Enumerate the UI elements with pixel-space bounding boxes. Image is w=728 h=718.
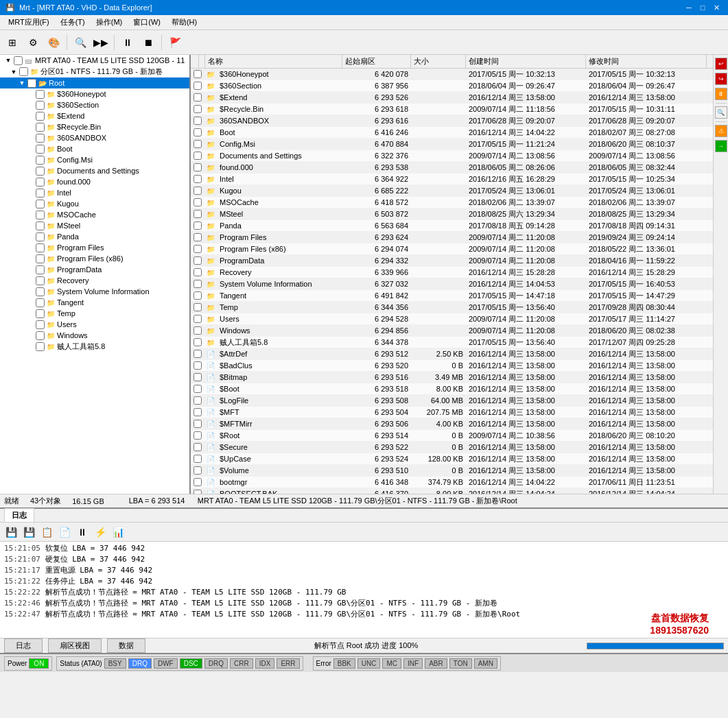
- row-check[interactable]: [191, 350, 204, 358]
- col-header-name[interactable]: 名称: [205, 55, 342, 68]
- bsy-btn[interactable]: BSY: [104, 658, 126, 669]
- tree-item-check[interactable]: [36, 309, 45, 318]
- row-check[interactable]: [191, 315, 204, 323]
- col-header-size[interactable]: 大小: [411, 55, 466, 68]
- table-row[interactable]: 📁 Temp 6 344 356 2017/05/15 周一 13:56:40 …: [191, 302, 713, 313]
- tree-item[interactable]: 📁 Users: [0, 319, 189, 330]
- toolbar-btn-2[interactable]: ⚙: [23, 33, 43, 52]
- toolbar-btn-4[interactable]: 🔍: [71, 33, 90, 52]
- tree-item[interactable]: 📁 Temp: [0, 308, 189, 319]
- row-check[interactable]: [191, 128, 204, 136]
- row-check[interactable]: [191, 466, 204, 475]
- drq-btn[interactable]: DRQ: [128, 658, 152, 669]
- row-check[interactable]: [191, 408, 204, 416]
- row-check[interactable]: [191, 443, 204, 451]
- table-row[interactable]: 📁 贼人工具箱5.8 6 344 378 2017/05/15 周一 13:56…: [191, 337, 713, 348]
- table-row[interactable]: 📁 Documents and Settings 6 322 376 2009/…: [191, 150, 713, 162]
- tree-item-check[interactable]: [36, 101, 45, 110]
- col-header-modified[interactable]: 修改时间: [586, 55, 706, 68]
- row-check[interactable]: [191, 163, 204, 171]
- log-pause-btn[interactable]: ⏸: [74, 524, 91, 540]
- row-check[interactable]: [191, 280, 204, 288]
- idx-btn[interactable]: IDX: [255, 658, 275, 669]
- tree-check-partition[interactable]: [19, 67, 28, 76]
- row-check[interactable]: [191, 291, 204, 300]
- bottom-tab-sector[interactable]: 扇区视图: [48, 638, 102, 653]
- tree-check-disk[interactable]: [14, 56, 23, 65]
- tree-item[interactable]: 📁 ProgramData: [0, 264, 189, 275]
- table-row[interactable]: 📁 Boot 6 416 246 2016/12/14 周三 14:04:22 …: [191, 127, 713, 139]
- table-row[interactable]: 📄 $MFT 6 293 504 207.75 MB 2016/12/14 周三…: [191, 407, 713, 418]
- tree-item-check[interactable]: [36, 320, 45, 329]
- tree-item-check[interactable]: [36, 331, 45, 340]
- menu-task[interactable]: 任务(T): [55, 16, 91, 29]
- row-check[interactable]: [191, 245, 204, 253]
- tree-item-check[interactable]: [36, 342, 45, 351]
- col-header-start[interactable]: 起始扇区: [342, 55, 411, 68]
- tree-check-root[interactable]: [27, 79, 36, 88]
- row-check[interactable]: [191, 140, 204, 148]
- row-check[interactable]: [191, 105, 204, 113]
- table-row[interactable]: 📁 found.000 6 293 538 2018/06/05 周二 08:2…: [191, 162, 713, 173]
- table-row[interactable]: 📄 $LogFile 6 293 508 64.00 MB 2016/12/14…: [191, 395, 713, 407]
- toolbar-btn-3[interactable]: 🎨: [44, 33, 63, 52]
- close-button[interactable]: ✕: [710, 2, 723, 13]
- row-check[interactable]: [191, 70, 204, 78]
- rtool-search[interactable]: 🔍: [715, 106, 727, 119]
- tree-item[interactable]: 📁 Windows: [0, 330, 189, 341]
- tree-item[interactable]: 📁 360SANDBOX: [0, 132, 189, 143]
- log-save-btn[interactable]: 💾: [3, 524, 19, 540]
- table-row[interactable]: 📄 $Root 6 293 514 0 B 2009/07/14 周二 10:3…: [191, 430, 713, 442]
- table-row[interactable]: 📁 Users 6 294 528 2009/07/14 周二 11:20:08…: [191, 313, 713, 325]
- tree-item-check[interactable]: [36, 112, 45, 121]
- tree-item-check[interactable]: [36, 189, 45, 198]
- toolbar-btn-pause[interactable]: ⏸: [118, 33, 137, 52]
- log-content[interactable]: 15:21:05 软复位 LBA = 37 446 94215:21:07 硬复…: [0, 542, 728, 638]
- amn-btn[interactable]: AMN: [474, 658, 497, 669]
- tree-expand-root[interactable]: ▼: [18, 79, 26, 87]
- row-check[interactable]: [191, 222, 204, 230]
- power-on-btn[interactable]: ON: [29, 658, 49, 669]
- rtool-undo[interactable]: ↩: [715, 58, 727, 70]
- crr-btn[interactable]: CRR: [230, 658, 253, 669]
- row-check[interactable]: [191, 175, 204, 183]
- drq2-btn[interactable]: DRQ: [204, 658, 228, 669]
- table-row[interactable]: 📄 $Bitmap 6 293 516 3.49 MB 2016/12/14 周…: [191, 372, 713, 383]
- table-row[interactable]: 📄 $BadClus 6 293 520 0 B 2016/12/14 周三 1…: [191, 360, 713, 372]
- row-check[interactable]: [191, 256, 204, 265]
- tree-item[interactable]: 📁 MSteel: [0, 220, 189, 231]
- table-row[interactable]: 📁 $360Honeypot 6 420 078 2017/05/15 周一 1…: [191, 69, 713, 80]
- tree-item[interactable]: 📁 $Extend: [0, 110, 189, 121]
- tree-item-check[interactable]: [36, 243, 45, 252]
- table-row[interactable]: 📁 360SANDBOX 6 293 616 2017/06/28 周三 09:…: [191, 115, 713, 127]
- tree-item[interactable]: 📁 System Volume Information: [0, 286, 189, 297]
- dwf-btn[interactable]: DWF: [154, 658, 178, 669]
- col-header-created[interactable]: 创建时间: [466, 55, 586, 68]
- tree-item-check[interactable]: [36, 90, 45, 99]
- bottom-tab-data[interactable]: 数据: [107, 638, 145, 653]
- log-flash-btn[interactable]: ⚡: [92, 524, 108, 540]
- rtool-go[interactable]: →: [715, 140, 727, 152]
- tree-item[interactable]: 📁 Tangent: [0, 297, 189, 308]
- tree-disk[interactable]: ▼ 🖴 MRT ATA0 - TEAM L5 LITE SSD 120GB - …: [0, 55, 189, 66]
- row-check[interactable]: [191, 82, 204, 90]
- maximize-button[interactable]: □: [696, 2, 709, 13]
- row-check[interactable]: [191, 326, 204, 335]
- minimize-button[interactable]: ─: [683, 2, 695, 13]
- tree-item[interactable]: 📁 贼人工具箱5.8: [0, 341, 189, 352]
- tree-partition[interactable]: ▼ 📁 分区01 - NTFS - 111.79 GB - 新加卷: [0, 66, 189, 77]
- tree-item[interactable]: 📁 found.000: [0, 176, 189, 187]
- table-row[interactable]: 📁 Recovery 6 339 966 2016/12/14 周三 15:28…: [191, 267, 713, 278]
- row-check[interactable]: [191, 490, 204, 494]
- tree-item-check[interactable]: [36, 200, 45, 208]
- table-row[interactable]: 📄 $Boot 6 293 518 8.00 KB 2016/12/14 周三 …: [191, 383, 713, 395]
- row-check[interactable]: [191, 478, 204, 486]
- row-check[interactable]: [191, 303, 204, 311]
- log-chart-btn[interactable]: 📊: [110, 524, 126, 540]
- toolbar-btn-1[interactable]: ⊞: [3, 33, 22, 52]
- row-check[interactable]: [191, 93, 204, 101]
- tree-root[interactable]: ▼ 📂 Root: [0, 77, 189, 88]
- table-row[interactable]: 📄 $Secure 6 293 522 0 B 2016/12/14 周三 13…: [191, 442, 713, 453]
- table-row[interactable]: 📁 Tangent 6 491 842 2017/05/15 周一 14:47:…: [191, 290, 713, 302]
- row-check[interactable]: [191, 152, 204, 160]
